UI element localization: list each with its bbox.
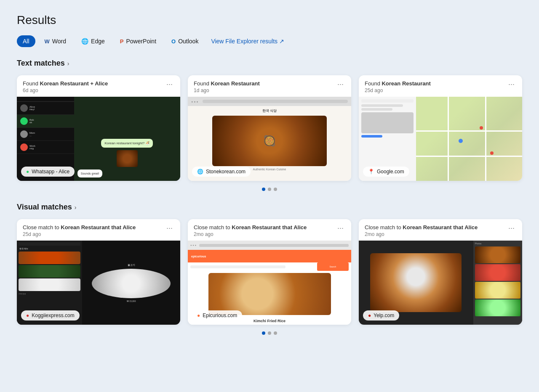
visual-matches-pagination [17,331,522,335]
visual-matches-chevron-icon: › [75,204,77,211]
text-matches-chevron-icon: › [67,60,69,67]
source-name: Whatsapp - Alice [32,169,69,175]
whatsapp-source-icon: ● [26,169,29,175]
visual-match-card-koggi[interactable]: Close match to Korean Restaurant that Al… [17,219,180,325]
card-thumbnail-stone: ● ● ● 한국 식당 🥘 Authentic Korean Cuisine 🌐… [188,97,351,181]
card-thumbnail-epicurious: ● ● ● epicurious Search Kimchi Fried Ric… [188,241,351,325]
card-header-text: Found Korean Restaurant + Alice 6d ago [23,80,108,93]
found-bold: Korean Restaurant [382,80,430,87]
card-more-button[interactable]: ··· [336,224,345,232]
card-more-button[interactable]: ··· [336,80,345,88]
text-matches-header[interactable]: Text matches › [17,59,522,68]
text-match-card-whatsapp[interactable]: Found Korean Restaurant + Alice 6d ago ·… [17,75,180,181]
word-icon: W [45,38,50,45]
source-name: Koggiiexpress.com [32,313,74,318]
card-header-text: Found Korean Restaurant 1d ago [194,80,260,93]
epicurious-source-icon: ● [197,313,200,318]
filter-outlook-label: Outlook [178,38,198,45]
dot-active[interactable] [262,331,265,335]
card-header: Close match to Korean Restaurant that Al… [359,219,522,241]
card-header-text: Close match to Korean Restaurant that Al… [23,224,136,237]
card-header-text: Found Korean Restaurant 25d ago [365,80,431,93]
card-more-button[interactable]: ··· [165,80,174,88]
filter-edge-label: Edge [91,38,105,45]
card-source-stone: 🌐 Stonekorean.com [192,167,251,177]
found-label: Found Korean Restaurant + Alice [23,80,108,87]
card-source-koggi: ● Koggiiexpress.com [21,310,80,320]
dot[interactable] [274,188,277,191]
koggi-source-icon: ● [26,313,29,318]
filter-outlook[interactable]: O Outlook [165,35,204,47]
filter-bar: All W Word 🌐 Edge P PowerPoint O Outlook… [17,35,522,47]
visual-match-card-yelp[interactable]: Close match to Korean Restaurant that Al… [359,219,522,325]
filter-all[interactable]: All [17,35,35,47]
time-ago: 2mo ago [365,231,478,237]
card-header: Found Korean Restaurant 1d ago ··· [188,75,351,97]
card-header: Found Korean Restaurant 25d ago ··· [359,75,522,97]
text-matches-pagination [17,188,522,191]
time-ago: 6d ago [23,87,108,93]
edge-icon: 🌐 [81,38,88,45]
epicurious-banner: epicurious [188,250,351,262]
card-source-google: 📍 Google.com [363,167,409,177]
source-name: Yelp.com [374,313,394,318]
card-header-text: Close match to Korean Restaurant that Al… [365,224,478,237]
stone-food-image: 🥘 [212,116,327,166]
whatsapp-content: Korean restaurant tonight? 🍜 Sounds grea… [74,97,180,181]
yelp-photo-sidebar: Photos [473,241,522,325]
filter-powerpoint-label: PowerPoint [126,38,156,45]
card-more-button[interactable]: ··· [507,224,516,232]
text-match-card-stone[interactable]: Found Korean Restaurant 1d ago ··· ● ● ●… [188,75,351,181]
filter-edge[interactable]: 🌐 Edge [75,35,111,47]
filter-powerpoint[interactable]: P PowerPoint [114,35,162,47]
yelp-source-icon: ● [368,313,371,318]
powerpoint-icon: P [120,38,124,45]
time-ago: 25d ago [365,87,431,93]
source-name: Stonekorean.com [206,169,245,175]
dot-active[interactable] [262,188,265,191]
dot[interactable] [274,331,277,335]
time-ago: 25d ago [23,231,136,237]
dot[interactable] [268,188,271,191]
stone-source-icon: 🌐 [197,169,203,175]
visual-matches-title: Visual matches [17,203,72,212]
found-bold: Korean Restaurant that Alice [403,224,478,230]
time-ago: 2mo ago [194,231,307,237]
text-match-card-google[interactable]: Found Korean Restaurant 25d ago ··· [359,75,522,181]
time-ago: 1d ago [194,87,260,93]
stone-logo: 한국 식당 [262,109,277,113]
card-header: Close match to Korean Restaurant that Al… [188,219,351,241]
found-bold: Korean Restaurant that Alice [61,224,136,230]
card-thumbnail-whatsapp: AliceHey! Bobok Mom... Workmtg Korean re… [17,97,180,181]
view-file-explorer-label: View File Explorer results [211,38,278,45]
found-label: Found Korean Restaurant [194,80,260,87]
visual-matches-grid: Close match to Korean Restaurant that Al… [17,219,522,325]
page-title: Results [17,13,522,27]
card-source-yelp: ● Yelp.com [363,310,399,320]
card-header: Found Korean Restaurant + Alice 6d ago ·… [17,75,180,97]
google-source-icon: 📍 [368,169,374,175]
filter-word[interactable]: W Word [39,35,72,47]
card-thumbnail-koggi: 한국 메뉴 가격 안내 불고기 ₩ 15,000 ● Koggiiexpress… [17,241,180,325]
card-more-button[interactable]: ··· [507,80,516,88]
card-source-whatsapp: ● Whatsapp - Alice [21,167,75,177]
card-header-text: Close match to Korean Restaurant that Al… [194,224,307,237]
dot[interactable] [268,331,271,335]
external-link-icon: ↗ [279,38,284,45]
found-label: Close match to Korean Restaurant that Al… [23,224,136,230]
view-file-explorer-link[interactable]: View File Explorer results ↗ [211,38,284,45]
stone-browser-bar: ● ● ● [188,97,351,106]
found-bold: Korean Restaurant that Alice [232,224,307,230]
visual-match-card-epicurious[interactable]: Close match to Korean Restaurant that Al… [188,219,351,325]
card-more-button[interactable]: ··· [165,224,174,232]
google-map [416,97,522,181]
text-matches-title: Text matches [17,59,65,68]
filter-all-label: All [23,38,29,45]
visual-matches-header[interactable]: Visual matches › [17,203,522,212]
source-name: Epicurious.com [203,313,237,318]
text-matches-grid: Found Korean Restaurant + Alice 6d ago ·… [17,75,522,181]
found-label: Close match to Korean Restaurant that Al… [365,224,478,230]
card-header: Close match to Korean Restaurant that Al… [17,219,180,241]
card-thumbnail-yelp: Photos ● Yelp.com [359,241,522,325]
filter-word-label: Word [52,38,66,45]
